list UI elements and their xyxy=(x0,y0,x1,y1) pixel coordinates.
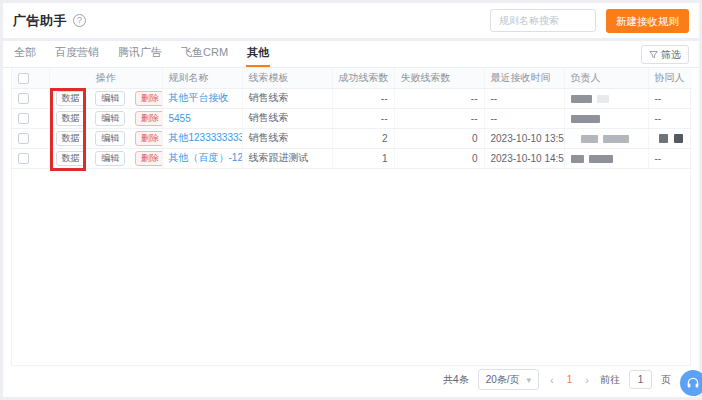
success-count-cell: 1 xyxy=(332,148,394,168)
data-button[interactable]: 数据 xyxy=(56,131,86,146)
pagination-total: 共4条 xyxy=(443,373,469,387)
template-cell: 线索跟进测试 xyxy=(242,148,332,168)
owner-cell xyxy=(564,88,648,108)
redacted-collaborator xyxy=(674,134,683,143)
row-checkbox[interactable] xyxy=(18,133,29,144)
delete-button[interactable]: 删除 xyxy=(135,111,162,126)
owner-cell xyxy=(564,128,648,148)
redacted-owner-name xyxy=(571,95,592,103)
tab-baidu-marketing[interactable]: 百度营销 xyxy=(54,45,100,67)
data-button[interactable]: 数据 xyxy=(56,111,86,126)
data-button[interactable]: 数据 xyxy=(56,151,86,166)
rule-name-link[interactable]: 其他12333333333333... xyxy=(169,132,243,143)
chevron-down-icon: ▾ xyxy=(527,375,532,385)
create-rule-button[interactable]: 新建接收规则 xyxy=(606,9,689,33)
owner-cell xyxy=(564,148,648,168)
col-header-success-count: 成功线索数 xyxy=(332,68,394,88)
edit-button[interactable]: 编辑 xyxy=(95,131,125,146)
rule-name-link[interactable]: 5455 xyxy=(169,113,191,124)
goto-page-input[interactable] xyxy=(629,370,652,389)
prev-page-button[interactable]: ‹ xyxy=(548,374,556,386)
support-chat-button[interactable] xyxy=(680,370,702,396)
rule-search-input[interactable] xyxy=(490,9,596,32)
redacted-owner-name xyxy=(597,95,609,103)
col-header-collaborator: 协同人 xyxy=(648,68,692,88)
last-received-cell: -- xyxy=(484,88,564,108)
row-checkbox[interactable] xyxy=(18,153,29,164)
page-size-value: 20条/页 xyxy=(486,373,520,387)
col-header-fail-count: 失败线索数 xyxy=(394,68,484,88)
edit-button[interactable]: 编辑 xyxy=(95,151,125,166)
filter-button-label: 筛选 xyxy=(661,48,681,62)
rules-table: 操作 规则名称 线索模板 成功线索数 失败线索数 最近接收时间 负责人 协同人 … xyxy=(12,68,692,169)
table-header-row: 操作 规则名称 线索模板 成功线索数 失败线索数 最近接收时间 负责人 协同人 xyxy=(12,68,692,88)
fail-count-cell: 0 xyxy=(394,128,484,148)
col-header-owner: 负责人 xyxy=(564,68,648,88)
goto-label: 前往 xyxy=(600,373,620,387)
filter-icon xyxy=(649,50,658,59)
tab-other-active[interactable]: 其他 xyxy=(246,45,270,67)
collaborator-cell: -- xyxy=(648,88,692,108)
rules-table-container: 操作 规则名称 线索模板 成功线索数 失败线索数 最近接收时间 负责人 协同人 … xyxy=(11,68,691,366)
pagination-bar: 共4条 20条/页 ▾ ‹ 1 › 前往 页 xyxy=(443,369,671,390)
filter-button[interactable]: 筛选 xyxy=(641,45,689,64)
template-cell: 销售线索 xyxy=(242,88,332,108)
rule-name-link[interactable]: 其他平台接收 xyxy=(169,92,229,103)
col-header-operations: 操作 xyxy=(49,68,162,88)
template-cell: 销售线索 xyxy=(242,108,332,128)
redacted-owner-name xyxy=(589,155,613,163)
redacted-owner-name xyxy=(603,135,629,143)
tab-bar: 全部 百度营销 腾讯广告 飞鱼CRM 其他 筛选 xyxy=(3,41,699,68)
last-received-cell: -- xyxy=(484,108,564,128)
main-panel: 全部 百度营销 腾讯广告 飞鱼CRM 其他 筛选 操作 规则名称 线索模板 成功… xyxy=(3,41,699,397)
fail-count-cell: -- xyxy=(394,88,484,108)
fail-count-cell: -- xyxy=(394,108,484,128)
rule-name-link[interactable]: 其他（百度）-1234 xyxy=(169,152,243,163)
help-icon[interactable]: ? xyxy=(73,14,86,27)
row-checkbox[interactable] xyxy=(18,93,29,104)
redacted-owner-name xyxy=(571,115,600,123)
page-title: 广告助手 xyxy=(13,12,67,30)
edit-button[interactable]: 编辑 xyxy=(95,91,125,106)
redacted-owner-name xyxy=(581,135,598,143)
top-header-bar: 广告助手 ? 新建接收规则 xyxy=(3,3,699,38)
table-row: 数据 编辑 删除 其他12333333333333... 销售线索 2 0 20… xyxy=(12,128,692,148)
goto-unit-label: 页 xyxy=(661,373,671,387)
tab-all[interactable]: 全部 xyxy=(13,45,37,67)
delete-button[interactable]: 删除 xyxy=(135,151,162,166)
edit-button[interactable]: 编辑 xyxy=(95,111,125,126)
col-header-rule-name: 规则名称 xyxy=(162,68,242,88)
success-count-cell: -- xyxy=(332,108,394,128)
tab-feiyu-crm[interactable]: 飞鱼CRM xyxy=(180,45,229,67)
row-checkbox[interactable] xyxy=(18,113,29,124)
col-header-last-received: 最近接收时间 xyxy=(484,68,564,88)
collaborator-cell xyxy=(648,128,692,148)
success-count-cell: 2 xyxy=(332,128,394,148)
col-header-template: 线索模板 xyxy=(242,68,332,88)
table-row: 数据 编辑 删除 其他平台接收 销售线索 -- -- -- -- xyxy=(12,88,692,108)
data-button[interactable]: 数据 xyxy=(56,91,86,106)
headset-icon xyxy=(686,376,700,390)
fail-count-cell: 0 xyxy=(394,148,484,168)
page-size-select[interactable]: 20条/页 ▾ xyxy=(478,369,539,390)
owner-cell xyxy=(564,108,648,128)
success-count-cell: -- xyxy=(332,88,394,108)
select-all-checkbox[interactable] xyxy=(18,73,29,84)
next-page-button[interactable]: › xyxy=(583,374,591,386)
table-row: 数据 编辑 删除 5455 销售线索 -- -- -- -- xyxy=(12,108,692,128)
tab-tencent-ads[interactable]: 腾讯广告 xyxy=(117,45,163,67)
collaborator-cell: -- xyxy=(648,148,692,168)
last-received-cell: 2023-10-10 13:53 xyxy=(484,128,564,148)
collaborator-cell: -- xyxy=(648,108,692,128)
delete-button[interactable]: 删除 xyxy=(135,131,162,146)
table-row: 数据 编辑 删除 其他（百度）-1234 线索跟进测试 1 0 2023-10-… xyxy=(12,148,692,168)
redacted-owner-name xyxy=(571,155,584,163)
last-received-cell: 2023-10-10 14:52 xyxy=(484,148,564,168)
template-cell: 销售线索 xyxy=(242,128,332,148)
delete-button[interactable]: 删除 xyxy=(135,91,162,106)
page-number-current[interactable]: 1 xyxy=(565,374,575,385)
redacted-collaborator xyxy=(659,134,668,143)
